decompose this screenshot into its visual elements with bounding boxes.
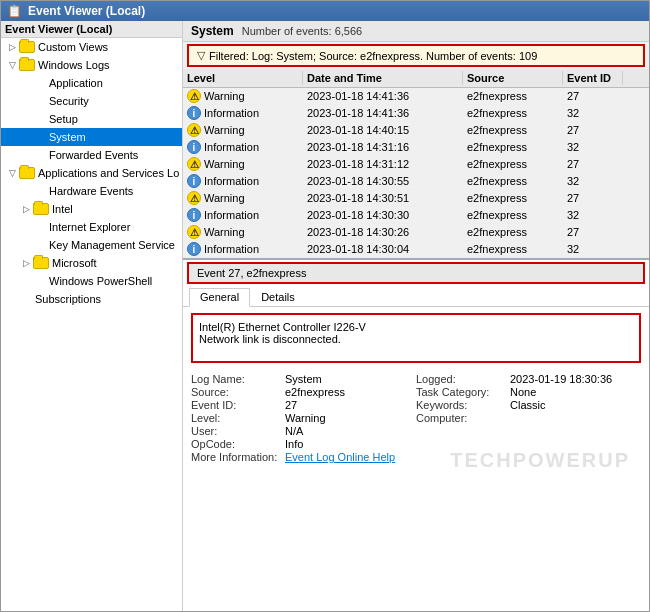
tree-label: Custom Views (38, 41, 108, 53)
sidebar-item-subscriptions[interactable]: Subscriptions (1, 290, 182, 308)
detail-message: Intel(R) Ethernet Controller I226-VNetwo… (191, 313, 641, 363)
table-header: Level Date and Time Source Event ID (183, 69, 649, 88)
prop-opcode-value: Info (285, 438, 303, 450)
prop-keywords-value: Classic (510, 399, 545, 411)
tree-label: Hardware Events (49, 185, 133, 197)
cell-eventid: 32 (563, 241, 623, 257)
prop-user-value: N/A (285, 425, 303, 437)
warning-icon: ⚠ (187, 123, 201, 137)
detail-properties: Log Name: System Source: e2fnexpress Eve… (183, 369, 649, 468)
cell-source: e2fnexpress (463, 156, 563, 172)
prop-eventid-label: Event ID: (191, 399, 281, 411)
sidebar-item-windows-powershell[interactable]: Windows PowerShell (1, 272, 182, 290)
cell-level: ⚠Warning (183, 224, 303, 240)
sidebar-header: Event Viewer (Local) (1, 21, 182, 38)
sidebar-item-application[interactable]: Application (1, 74, 182, 92)
expand-icon (19, 238, 33, 252)
cell-level: iInformation (183, 173, 303, 189)
sidebar-tree: ▷ Custom Views ▽ Windows Logs Applicatio… (1, 38, 182, 308)
tab-general[interactable]: General (189, 288, 250, 307)
cell-level: ⚠Warning (183, 156, 303, 172)
prop-user-label: User: (191, 425, 281, 437)
right-panel: System Number of events: 6,566 ▽ Filtere… (183, 21, 649, 611)
cell-source: e2fnexpress (463, 88, 563, 104)
info-icon: i (187, 174, 201, 188)
cell-eventid: 27 (563, 122, 623, 138)
tree-label: Application (49, 77, 103, 89)
prop-source-label: Source: (191, 386, 281, 398)
cell-datetime: 2023-01-18 14:40:15 (303, 122, 463, 138)
prop-user: User: N/A (191, 425, 416, 437)
prop-keywords-label: Keywords: (416, 399, 506, 411)
prop-taskcat-label: Task Category: (416, 386, 506, 398)
table-row[interactable]: ⚠Warning 2023-01-18 14:30:51 e2fnexpress… (183, 190, 649, 207)
warning-icon: ⚠ (187, 157, 201, 171)
sidebar-item-app-services-logs[interactable]: ▽ Applications and Services Lo (1, 164, 182, 182)
events-table: Level Date and Time Source Event ID ⚠War… (183, 69, 649, 258)
panel-title: System (191, 24, 234, 38)
col-eventid[interactable]: Event ID (563, 71, 623, 85)
props-grid: Log Name: System Source: e2fnexpress Eve… (191, 373, 641, 464)
cell-level: iInformation (183, 207, 303, 223)
prop-level-label: Level: (191, 412, 281, 424)
cell-datetime: 2023-01-18 14:41:36 (303, 88, 463, 104)
sidebar-item-custom-views[interactable]: ▷ Custom Views (1, 38, 182, 56)
sidebar-item-key-mgmt[interactable]: Key Management Service (1, 236, 182, 254)
prop-moreinfo-link[interactable]: Event Log Online Help (285, 451, 395, 463)
cell-level: iInformation (183, 241, 303, 257)
detail-tabs: General Details (183, 286, 649, 307)
expand-icon: ▷ (5, 40, 19, 54)
props-left: Log Name: System Source: e2fnexpress Eve… (191, 373, 416, 464)
table-row[interactable]: iInformation 2023-01-18 14:31:16 e2fnexp… (183, 139, 649, 156)
folder-icon (33, 257, 49, 269)
prop-logname-label: Log Name: (191, 373, 281, 385)
sidebar-item-setup[interactable]: Setup (1, 110, 182, 128)
prop-level-value: Warning (285, 412, 326, 424)
main-content: Event Viewer (Local) ▷ Custom Views ▽ Wi… (1, 21, 649, 611)
table-row[interactable]: iInformation 2023-01-18 14:30:55 e2fnexp… (183, 173, 649, 190)
table-row[interactable]: iInformation 2023-01-18 14:30:04 e2fnexp… (183, 241, 649, 258)
cell-datetime: 2023-01-18 14:30:30 (303, 207, 463, 223)
expand-icon (19, 184, 33, 198)
table-row[interactable]: ⚠Warning 2023-01-18 14:40:15 e2fnexpress… (183, 122, 649, 139)
folder-icon (33, 203, 49, 215)
cell-level: iInformation (183, 139, 303, 155)
expand-icon (19, 76, 33, 90)
sidebar-item-windows-logs[interactable]: ▽ Windows Logs (1, 56, 182, 74)
folder-icon (19, 167, 35, 179)
prop-keywords: Keywords: Classic (416, 399, 641, 411)
col-source[interactable]: Source (463, 71, 563, 85)
sidebar-item-internet-explorer[interactable]: Internet Explorer (1, 218, 182, 236)
table-row[interactable]: ⚠Warning 2023-01-18 14:30:26 e2fnexpress… (183, 224, 649, 241)
prop-computer-label: Computer: (416, 412, 506, 424)
info-icon: i (187, 106, 201, 120)
table-row[interactable]: iInformation 2023-01-18 14:41:36 e2fnexp… (183, 105, 649, 122)
sidebar-item-forwarded-events[interactable]: Forwarded Events (1, 146, 182, 164)
expand-icon (19, 148, 33, 162)
col-level[interactable]: Level (183, 71, 303, 85)
prop-source: Source: e2fnexpress (191, 386, 416, 398)
expand-icon (19, 112, 33, 126)
table-row[interactable]: iInformation 2023-01-18 14:30:30 e2fnexp… (183, 207, 649, 224)
warning-icon: ⚠ (187, 191, 201, 205)
warning-icon: ⚠ (187, 89, 201, 103)
cell-datetime: 2023-01-18 14:30:51 (303, 190, 463, 206)
tab-details[interactable]: Details (250, 288, 306, 306)
sidebar-item-hardware-events[interactable]: Hardware Events (1, 182, 182, 200)
expand-icon: ▷ (19, 202, 33, 216)
filter-icon: ▽ (197, 49, 205, 62)
sidebar-item-microsoft[interactable]: ▷ Microsoft (1, 254, 182, 272)
table-row[interactable]: ⚠Warning 2023-01-18 14:41:36 e2fnexpress… (183, 88, 649, 105)
cell-source: e2fnexpress (463, 139, 563, 155)
sidebar-item-security[interactable]: Security (1, 92, 182, 110)
table-row[interactable]: ⚠Warning 2023-01-18 14:31:12 e2fnexpress… (183, 156, 649, 173)
cell-source: e2fnexpress (463, 105, 563, 121)
cell-eventid: 27 (563, 88, 623, 104)
col-datetime[interactable]: Date and Time (303, 71, 463, 85)
sidebar-item-system[interactable]: System (1, 128, 182, 146)
cell-source: e2fnexpress (463, 122, 563, 138)
cell-eventid: 32 (563, 139, 623, 155)
cell-datetime: 2023-01-18 14:31:16 (303, 139, 463, 155)
sidebar-item-intel[interactable]: ▷ Intel (1, 200, 182, 218)
cell-eventid: 27 (563, 190, 623, 206)
